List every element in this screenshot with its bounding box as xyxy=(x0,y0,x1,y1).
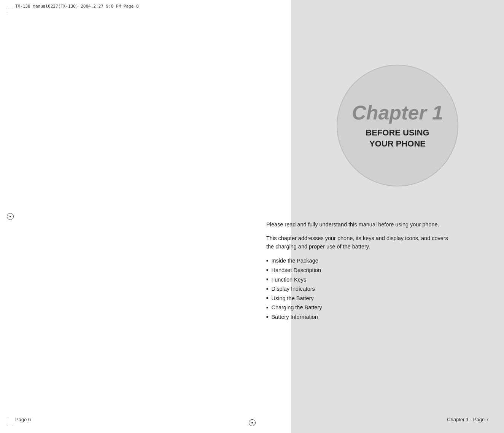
chapter-subtitle-line1: BEFORE USING xyxy=(366,128,429,137)
crop-mark-top-left xyxy=(7,7,14,14)
footer-right: Chapter 1 - Page 7 xyxy=(447,417,489,422)
chapter-subtitle-line2: YOUR PHONE xyxy=(369,139,426,148)
footer-left: Page 6 xyxy=(15,417,31,422)
chapter-circle: Chapter 1 BEFORE USING YOUR PHONE xyxy=(337,65,458,186)
chapter-subtitle: BEFORE USING YOUR PHONE xyxy=(366,127,429,149)
reg-mark-bottom xyxy=(249,419,256,426)
toc-list: Inside the Package Handset Description F… xyxy=(266,256,449,322)
intro-paragraph-2: This chapter addresses your phone, its k… xyxy=(266,234,449,251)
list-item: Handset Description xyxy=(266,266,449,275)
reg-mark-left xyxy=(7,213,14,220)
crop-mark-bottom-left xyxy=(7,419,14,426)
list-item: Battery Information xyxy=(266,312,449,322)
intro-paragraph-1: Please read and fully understand this ma… xyxy=(266,221,449,229)
header-text: TX-130 manual0227(TX-130) 2004.2.27 9:0 … xyxy=(15,4,139,9)
list-item: Inside the Package xyxy=(266,256,449,266)
list-item: Function Keys xyxy=(266,275,449,285)
list-item: Using the Battery xyxy=(266,294,449,303)
content-area: Please read and fully understand this ma… xyxy=(251,213,464,330)
chapter-title: Chapter 1 xyxy=(352,102,443,124)
list-item: Display Indicators xyxy=(266,284,449,294)
list-item: Charging the Battery xyxy=(266,303,449,312)
